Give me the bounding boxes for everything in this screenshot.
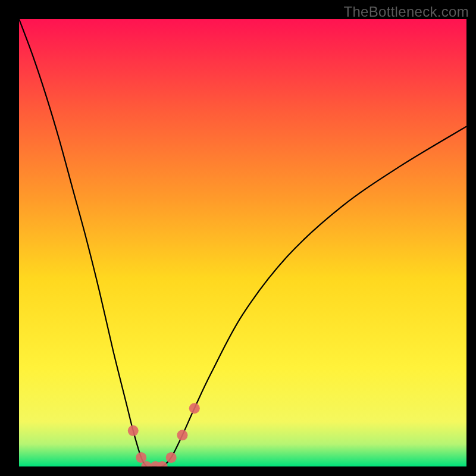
- marker-dot: [128, 425, 139, 436]
- chart-background: [19, 19, 466, 466]
- chart-area: [19, 19, 466, 466]
- bottleneck-chart: [19, 19, 466, 466]
- marker-dot: [189, 403, 200, 414]
- watermark-text: TheBottleneck.com: [343, 4, 469, 20]
- marker-dot: [166, 452, 177, 463]
- marker-dot: [136, 452, 146, 463]
- marker-dot: [177, 430, 187, 440]
